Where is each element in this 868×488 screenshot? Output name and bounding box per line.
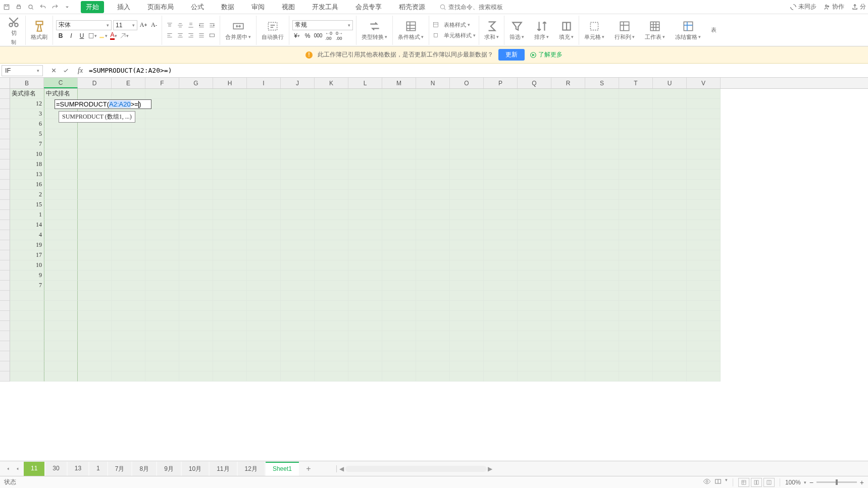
cell-editor[interactable]: =SUMPRODUCT(A2:A20>=) [55, 99, 151, 109]
cell[interactable] [78, 210, 112, 220]
cell[interactable] [551, 301, 585, 311]
align-right-icon[interactable] [186, 31, 195, 40]
col-header-S[interactable]: S [585, 78, 619, 88]
cell[interactable] [653, 250, 687, 260]
cell[interactable] [213, 351, 247, 361]
cell[interactable] [585, 200, 619, 210]
cell[interactable] [551, 129, 585, 139]
col-header-B[interactable]: B [10, 78, 44, 88]
cell[interactable] [687, 200, 721, 210]
cell[interactable] [179, 250, 213, 260]
cell[interactable] [450, 230, 484, 240]
cell[interactable]: 5 [10, 129, 44, 139]
cell[interactable] [213, 331, 247, 341]
sheet-tab-1[interactable]: 1 [89, 462, 107, 476]
cell[interactable] [213, 311, 247, 321]
cell[interactable] [315, 311, 348, 321]
row-header[interactable] [0, 129, 10, 139]
cell[interactable] [247, 99, 281, 109]
cell[interactable] [382, 250, 416, 260]
cell[interactable] [619, 321, 653, 331]
row-header[interactable] [0, 291, 10, 301]
cell[interactable] [518, 301, 551, 311]
cell[interactable] [281, 291, 315, 301]
cell[interactable] [551, 99, 585, 109]
cell[interactable] [281, 159, 315, 170]
cell[interactable] [416, 89, 450, 99]
cell[interactable]: 10 [10, 149, 44, 159]
cell[interactable] [112, 129, 145, 139]
cell[interactable] [585, 109, 619, 119]
cell[interactable] [416, 149, 450, 159]
cell[interactable] [551, 210, 585, 220]
cell[interactable] [348, 371, 382, 382]
cell[interactable] [450, 291, 484, 301]
cell[interactable] [179, 170, 213, 180]
cell[interactable] [382, 129, 416, 139]
cell[interactable] [247, 119, 281, 129]
cell[interactable] [78, 260, 112, 270]
cell[interactable] [382, 99, 416, 109]
cell[interactable] [551, 240, 585, 250]
cell[interactable] [585, 190, 619, 200]
menu-tab-页面布局[interactable]: 页面布局 [143, 1, 178, 14]
col-header-J[interactable]: J [281, 78, 315, 88]
cell[interactable] [619, 180, 653, 190]
cell[interactable] [281, 331, 315, 341]
cell[interactable] [551, 180, 585, 190]
cell[interactable] [450, 341, 484, 351]
align-center-icon[interactable] [176, 31, 185, 40]
cell[interactable] [112, 210, 145, 220]
cell[interactable] [348, 190, 382, 200]
cell[interactable] [179, 200, 213, 210]
cell[interactable] [112, 159, 145, 170]
sheet-tab-13[interactable]: 13 [68, 462, 88, 476]
cell[interactable] [484, 170, 518, 180]
cell[interactable] [619, 200, 653, 210]
cell[interactable] [551, 159, 585, 170]
italic-icon[interactable]: I [67, 31, 76, 40]
cell[interactable] [348, 270, 382, 281]
cell[interactable] [247, 89, 281, 99]
cell[interactable] [416, 351, 450, 361]
col-header-R[interactable]: R [551, 78, 585, 88]
cell[interactable] [112, 200, 145, 210]
learn-more-link[interactable]: 了解更多 [530, 50, 563, 59]
row-header[interactable] [0, 240, 10, 250]
row-header[interactable] [0, 89, 10, 99]
cell[interactable] [416, 341, 450, 351]
cell[interactable] [213, 180, 247, 190]
col-header-P[interactable]: P [484, 78, 518, 88]
cell[interactable] [551, 270, 585, 281]
page-layout-view-icon[interactable] [751, 478, 762, 487]
freeze-button[interactable]: 冻结窗格▾ [673, 19, 703, 42]
cell[interactable] [112, 230, 145, 240]
cell[interactable] [653, 149, 687, 159]
cell[interactable]: 4 [10, 230, 44, 240]
cell[interactable] [78, 361, 112, 371]
cell[interactable] [518, 361, 551, 371]
cell[interactable] [382, 200, 416, 210]
row-header[interactable] [0, 341, 10, 351]
cell[interactable] [179, 281, 213, 291]
cell[interactable] [687, 371, 721, 382]
cell[interactable] [585, 170, 619, 180]
cell[interactable] [78, 291, 112, 301]
cell[interactable] [687, 351, 721, 361]
cell[interactable] [484, 351, 518, 361]
cell[interactable] [416, 170, 450, 180]
cell[interactable] [315, 220, 348, 230]
col-header-F[interactable]: F [145, 78, 179, 88]
font-size-select[interactable]: 11▾ [113, 20, 137, 30]
search-bar[interactable] [439, 4, 509, 11]
cell[interactable] [687, 109, 721, 119]
cell[interactable] [619, 220, 653, 230]
cell[interactable] [518, 220, 551, 230]
cell[interactable] [687, 190, 721, 200]
cell[interactable] [213, 159, 247, 170]
cell[interactable] [145, 180, 179, 190]
cell[interactable] [619, 301, 653, 311]
cell[interactable] [281, 99, 315, 109]
cell[interactable] [484, 149, 518, 159]
cancel-formula-icon[interactable] [49, 67, 58, 75]
